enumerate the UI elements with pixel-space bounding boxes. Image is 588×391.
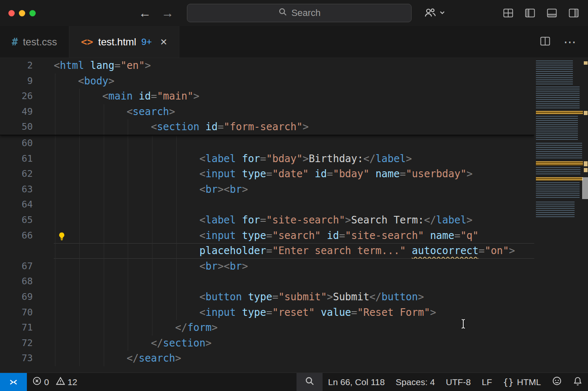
code-token: < — [200, 168, 205, 180]
tab-test-html[interactable]: <> test.html 9+ × — [69, 26, 179, 58]
notifications-bell[interactable] — [567, 373, 588, 391]
toggle-secondary-sidebar-button[interactable] — [568, 7, 580, 19]
line-number[interactable] — [0, 243, 54, 259]
line-number[interactable]: 66 — [0, 228, 54, 244]
code-content[interactable]: <input type="reset" value="Reset Form"> — [54, 305, 534, 320]
customize-layout-button[interactable] — [502, 7, 514, 19]
minimap[interactable] — [534, 58, 588, 373]
close-window-button[interactable] — [8, 10, 15, 16]
cursor-position[interactable]: Ln 66, Col 118 — [323, 373, 390, 391]
line-number[interactable]: 70 — [0, 305, 54, 320]
code-line[interactable]: 9<body> — [0, 73, 534, 89]
split-editor-icon[interactable] — [539, 35, 551, 49]
problems-status[interactable]: 0 12 — [27, 373, 87, 391]
language-mode[interactable]: {} HTML — [498, 373, 546, 391]
indent-guide — [55, 197, 55, 213]
eol-status[interactable]: LF — [476, 373, 498, 391]
zoom-indicator[interactable] — [297, 373, 323, 391]
line-number[interactable]: 49 — [0, 104, 54, 120]
line-number[interactable]: 60 — [0, 136, 54, 151]
code-content[interactable]: <section id="form-search"> — [54, 119, 534, 135]
zoom-window-button[interactable] — [29, 10, 36, 16]
more-actions-icon[interactable]: ⋯ — [564, 34, 577, 49]
code-line[interactable]: 71</form> — [0, 320, 534, 336]
code-line[interactable]: 62<input type="date" id="bday" name="use… — [0, 166, 534, 182]
code-text: <html lang="en"> — [54, 58, 534, 73]
line-number[interactable]: 71 — [0, 320, 54, 336]
indentation-status[interactable]: Spaces: 4 — [390, 373, 440, 391]
code-line[interactable]: 72</section> — [0, 336, 534, 351]
command-center-search[interactable]: Search — [187, 4, 412, 22]
code-content[interactable]: <input type="date" id="bday" name="userb… — [54, 166, 534, 182]
code-line[interactable]: 26<main id="main"> — [0, 89, 534, 104]
code-content[interactable]: <html lang="en"> — [54, 58, 534, 73]
line-number[interactable]: 50 — [0, 119, 54, 135]
line-number[interactable]: 67 — [0, 259, 54, 274]
line-number[interactable]: 26 — [0, 89, 54, 104]
back-icon[interactable]: ← — [139, 7, 151, 19]
code-line[interactable]: 68 — [0, 274, 534, 289]
code-content[interactable]: <br><br> — [54, 259, 534, 274]
line-number[interactable]: 69 — [0, 289, 54, 305]
line-number[interactable]: 68 — [0, 274, 54, 289]
line-number[interactable]: 62 — [0, 166, 54, 182]
line-number[interactable]: 73 — [0, 351, 54, 366]
code-line[interactable]: 70<input type="reset" value="Reset Form"… — [0, 305, 534, 320]
line-number[interactable]: 2 — [0, 58, 54, 73]
code-line[interactable]: 60 — [0, 136, 534, 151]
code-token — [309, 168, 315, 180]
code-content[interactable] — [54, 136, 534, 151]
code-line[interactable]: 50<section id="form-search"> — [0, 119, 534, 135]
code-line[interactable]: 63<br><br> — [0, 182, 534, 197]
line-number[interactable]: 72 — [0, 336, 54, 351]
line-number[interactable]: 65 — [0, 213, 54, 228]
minimize-window-button[interactable] — [19, 10, 25, 16]
code-content[interactable]: <main id="main"> — [54, 89, 534, 104]
toggle-panel-button[interactable] — [546, 7, 558, 19]
code-line[interactable]: 66<input type="search" id="site-search" … — [0, 228, 534, 244]
code-content[interactable]: <input type="search" id="site-search" na… — [54, 228, 534, 244]
accounts-menu[interactable] — [423, 6, 446, 21]
code-content[interactable]: <button type="submit">Submit</button> — [54, 289, 534, 305]
tab-test-css[interactable]: # test.css — [0, 26, 69, 58]
code-content[interactable]: placeholder="Enter search term..." autoc… — [54, 243, 534, 259]
code-line[interactable]: 2<html lang="en"> — [0, 58, 534, 73]
code-line[interactable]: 49<search> — [0, 104, 534, 120]
encoding-status[interactable]: UTF-8 — [441, 373, 477, 391]
lightbulb-icon[interactable] — [57, 231, 66, 244]
close-tab-icon[interactable]: × — [160, 35, 167, 49]
line-number[interactable]: 61 — [0, 151, 54, 167]
code-content[interactable]: <body> — [54, 73, 534, 89]
code-content[interactable]: </search> — [54, 351, 534, 366]
scrollbar-thumb[interactable] — [582, 177, 588, 199]
toggle-primary-sidebar-button[interactable] — [524, 7, 536, 19]
code-text: <br><br> — [54, 182, 534, 197]
copilot-status[interactable] — [546, 373, 567, 391]
line-number[interactable]: 63 — [0, 182, 54, 197]
remote-indicator[interactable] — [0, 373, 27, 391]
code-line[interactable]: 61<label for="bday">Birthday:</label> — [0, 151, 534, 167]
indent-guide — [104, 320, 104, 336]
code-content[interactable]: <search> — [54, 104, 534, 120]
code-line[interactable]: 67<br><br> — [0, 259, 534, 274]
code-line[interactable]: 73</search> — [0, 351, 534, 366]
code-line[interactable]: 69<button type="submit">Submit</button> — [0, 289, 534, 305]
editor-pane[interactable]: 6061<label for="bday">Birthday:</label>6… — [0, 58, 588, 373]
code-content[interactable]: <label for="bday">Birthday:</label> — [54, 151, 534, 167]
code-text: placeholder="Enter search term..." autoc… — [54, 243, 534, 259]
code-content[interactable]: <br><br> — [54, 182, 534, 197]
code-line[interactable]: 64 — [0, 197, 534, 213]
indent-guide — [79, 182, 80, 197]
code-content[interactable]: </section> — [54, 336, 534, 351]
code-line[interactable]: placeholder="Enter search term..." autoc… — [0, 243, 534, 259]
code-token: < — [200, 291, 205, 303]
code-content[interactable] — [54, 197, 534, 213]
code-token — [236, 307, 242, 318]
code-content[interactable]: <label for="site-search">Search Term:</l… — [54, 213, 534, 228]
indent-guide — [104, 351, 104, 366]
line-number[interactable]: 64 — [0, 197, 54, 213]
code-line[interactable]: 65<label for="site-search">Search Term:<… — [0, 213, 534, 228]
forward-icon[interactable]: → — [161, 7, 174, 19]
line-number[interactable]: 9 — [0, 73, 54, 89]
code-content[interactable] — [54, 274, 534, 289]
